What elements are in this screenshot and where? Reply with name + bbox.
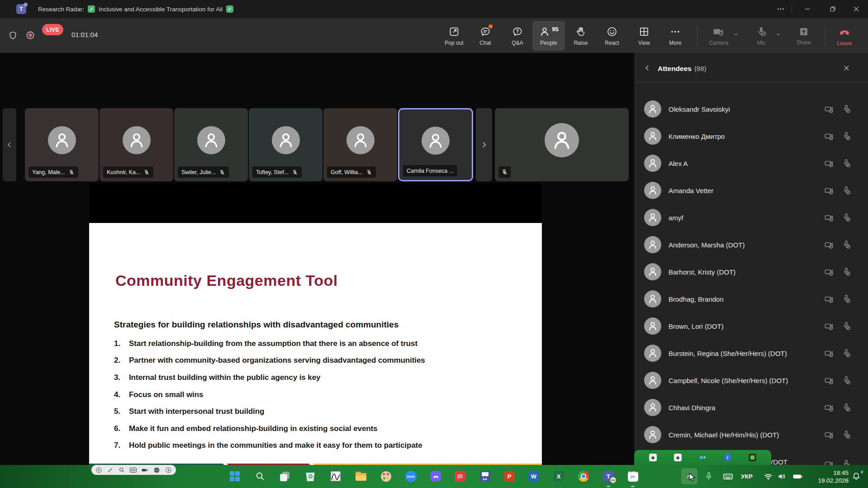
kompas-icon[interactable]: (O — [454, 470, 466, 482]
chrome-icon[interactable] — [578, 470, 589, 482]
teams-taskbar-icon[interactable]: T UU — [602, 470, 614, 482]
attendee-row[interactable]: Amanda Vetter — [634, 177, 868, 204]
attendee-row[interactable]: Burstein, Regina (She/Her/Hers) (DOT) — [634, 340, 868, 367]
camera-dropdown-chevron-icon[interactable] — [732, 31, 740, 38]
qa-button[interactable]: Q&A — [505, 21, 530, 51]
video-tile[interactable]: Goff, Willia... — [323, 108, 397, 181]
excel-icon[interactable]: X — [553, 470, 564, 482]
security-shield-icon[interactable] — [8, 31, 18, 40]
graph-app-icon[interactable] — [330, 470, 342, 482]
taskbar-search-icon[interactable] — [254, 470, 266, 482]
tray-touch-keyboard-icon[interactable] — [722, 471, 734, 482]
chat-button[interactable]: Chat — [473, 21, 498, 51]
attendee-row[interactable]: Anderson, Marsha (DOT) — [634, 231, 868, 258]
mic-off-icon — [841, 375, 851, 385]
attendee-row[interactable]: amyf — [634, 204, 868, 231]
tray-mic-icon[interactable] — [704, 471, 714, 481]
minimize-button[interactable] — [797, 0, 817, 18]
participant-name: Toftey, Stef... — [256, 169, 289, 175]
recycle-bin-icon[interactable]: ♻ — [304, 470, 316, 482]
filmstrip-scroll-left-button[interactable] — [3, 108, 16, 181]
raise-hand-button[interactable]: Raise — [568, 21, 593, 51]
live-badge: LIVE — [42, 24, 63, 35]
attendee-row[interactable]: Клименко Дмитро — [634, 123, 868, 150]
zoom-app-icon[interactable]: zoom — [405, 470, 417, 482]
panel-title: Attendees(88) — [658, 65, 707, 73]
slide-subtitle: Strategies for building relationships wi… — [114, 320, 398, 330]
tray-date: 19.02.2026 — [809, 477, 849, 484]
leave-button[interactable]: Leave — [832, 21, 857, 51]
popout-button[interactable]: Pop out — [441, 21, 467, 51]
mic-off-icon — [501, 169, 508, 175]
next-slide-icon — [165, 467, 172, 474]
title-bar: T Research Radar: ✓ Inclusive and Access… — [0, 0, 868, 18]
panel-close-button[interactable] — [842, 64, 851, 72]
attendee-row[interactable]: Cremin, Michael (He/Him/His) (DOT) — [634, 421, 868, 448]
paint-icon[interactable] — [380, 470, 392, 482]
camera-button[interactable]: Camera — [706, 21, 731, 51]
tray-volume-icon[interactable] — [777, 471, 787, 482]
attendee-row[interactable]: Brown, Lori (DOT) — [634, 313, 868, 340]
camera-off-icon — [824, 158, 834, 168]
camera-off-icon — [824, 104, 834, 114]
react-button[interactable]: React — [599, 21, 625, 51]
video-tile[interactable]: Yang, Male... — [25, 108, 99, 181]
video-tile[interactable]: Toftey, Stef... — [249, 108, 323, 181]
attendee-row[interactable]: Brodhag, Brandon — [634, 285, 868, 313]
attendee-row[interactable]: Barhorst, Kristy (DOT) — [634, 258, 868, 285]
slide-list: 1.Start relationship-building from the a… — [114, 335, 512, 454]
tray-language-indicator[interactable]: УКР — [741, 473, 753, 480]
start-button[interactable] — [229, 470, 241, 482]
powerpoint-icon[interactable]: P — [503, 470, 515, 482]
word-icon[interactable]: W — [528, 470, 540, 482]
mic-off-icon — [841, 321, 851, 331]
filmstrip-scroll-right-button[interactable] — [476, 108, 492, 181]
tray-overflow-nvidia-icon[interactable] — [749, 454, 756, 461]
tray-notifications-bell-icon[interactable]: z — [851, 471, 861, 481]
task-view-icon[interactable] — [279, 470, 291, 482]
more-button[interactable]: More — [663, 21, 688, 51]
video-tile[interactable]: Swiler, Julie... — [174, 108, 248, 181]
video-tile-wide[interactable] — [495, 108, 629, 181]
viber-icon[interactable] — [430, 470, 441, 482]
tray-clock[interactable]: 18:45 19.02.2026 — [809, 469, 849, 484]
mic-off-icon — [841, 459, 851, 465]
video-tile[interactable]: Kushnir, Ka... — [100, 108, 173, 181]
titlebar-divider — [792, 5, 792, 14]
tray-battery-icon[interactable] — [792, 471, 803, 482]
mic-off-icon — [841, 240, 851, 250]
camera-off-icon — [824, 294, 834, 304]
close-button[interactable] — [846, 0, 866, 18]
panel-back-button[interactable] — [643, 64, 651, 72]
view-button[interactable]: View — [631, 21, 657, 51]
slide-title: Community Engagement Tool — [115, 272, 338, 289]
mic-button[interactable]: Mic — [749, 21, 774, 51]
window-title: Research Radar: ✓ Inclusive and Accessib… — [38, 0, 233, 18]
restore-button[interactable] — [823, 0, 843, 18]
people-button[interactable]: 95 People — [532, 21, 565, 51]
tray-overflow-people-icon[interactable] — [699, 454, 707, 461]
recording-indicator-icon — [25, 30, 35, 40]
video-tile-active-speaker[interactable]: Camila Fonseca ... — [398, 108, 473, 181]
titlebar-more-button[interactable] — [771, 0, 791, 18]
file-explorer-icon[interactable] — [355, 470, 367, 482]
mic-dropdown-chevron-icon[interactable] — [775, 31, 782, 38]
tray-overflow-app-icon[interactable]: ◈ — [649, 454, 657, 461]
tray-overflow-app-icon[interactable]: ◈ — [674, 454, 682, 461]
tray-wifi-icon[interactable] — [763, 471, 773, 482]
mic-off-icon — [841, 185, 851, 195]
camera-off-icon — [824, 240, 834, 250]
mic-off-icon — [366, 169, 372, 175]
snipping-tool-icon[interactable]: ✂ — [627, 470, 639, 482]
tray-overflow-info-icon[interactable]: i — [724, 454, 731, 461]
attendee-row[interactable]: Chhavi Dhingra — [634, 394, 868, 421]
window-title-right: Inclusive and Accessible Transportation … — [99, 6, 223, 13]
attendee-row[interactable]: Oleksandr Savoiskyi — [634, 95, 868, 123]
camera-off-icon — [824, 348, 834, 358]
attendee-row[interactable]: Alex A — [634, 150, 868, 177]
mouse-cursor — [687, 472, 697, 483]
camera-off-icon — [824, 267, 834, 277]
floppy-app-icon[interactable]: 64 — [479, 470, 491, 482]
attendee-row[interactable]: Campbell, Nicole (She/Her/Hers) (DOT) — [634, 367, 868, 394]
share-button[interactable]: Share — [791, 21, 816, 51]
